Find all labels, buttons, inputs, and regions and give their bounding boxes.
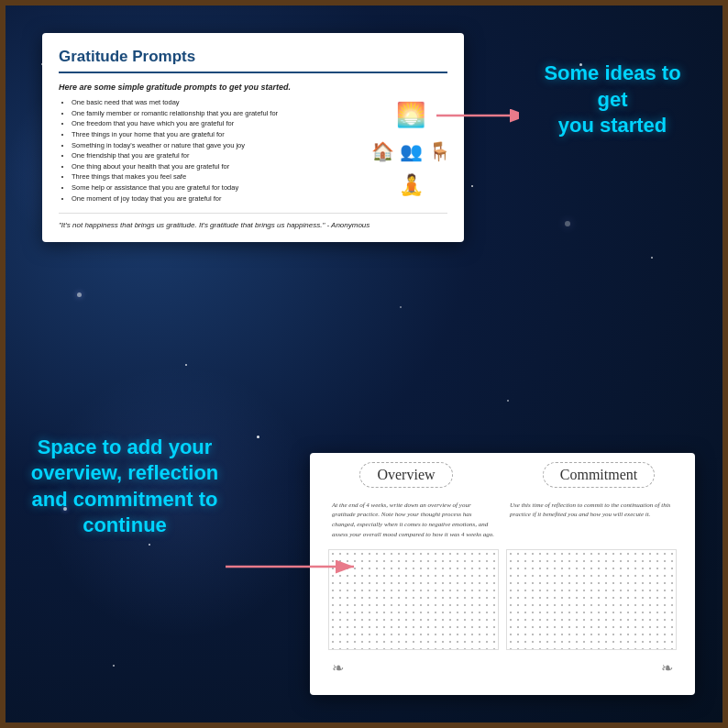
commitment-col: Use this time of reflection to commit to… xyxy=(502,495,680,546)
list-item: One family member or romantic relationsh… xyxy=(72,108,365,119)
dotted-area xyxy=(310,549,695,650)
card-top-title: Gratitude Prompts xyxy=(59,48,447,66)
footer-right-icon: ❧ xyxy=(661,659,673,677)
some-ideas-label: Some ideas to get you started xyxy=(530,61,695,139)
list-item: Some help or assistance that you are gra… xyxy=(72,182,365,193)
prompts-list: One basic need that was met todayOne fam… xyxy=(59,97,365,204)
list-item: Three things that makes you feel safe xyxy=(72,171,365,182)
arrow-top xyxy=(427,102,519,129)
arrow-bottom xyxy=(226,553,363,580)
list-item: Three things in your home that you are g… xyxy=(72,129,365,140)
card-top-divider xyxy=(59,72,447,73)
card-top-subtitle: Here are some simple gratitude prompts t… xyxy=(59,83,447,92)
tab-overview: Overview xyxy=(310,453,502,495)
card-bottom-footer: ❧ ❧ xyxy=(310,650,695,677)
list-item: One freedom that you have which you are … xyxy=(72,118,365,129)
table-icon: 🪑 xyxy=(428,140,451,162)
tab-commitment: Commitment xyxy=(502,453,695,495)
meditate-icon: 🧘 xyxy=(399,173,424,197)
sun-icon: 🌅 xyxy=(396,101,425,129)
list-item: One friendship that you are grateful for xyxy=(72,150,365,161)
list-item: Something in today's weather or nature t… xyxy=(72,140,365,151)
background: Gratitude Prompts Here are some simple g… xyxy=(0,0,728,728)
card-bottom-header: Overview Commitment xyxy=(310,453,695,495)
list-item: One basic need that was met today xyxy=(72,97,365,108)
space-to-add-label: Space to add your overview, reflection a… xyxy=(24,435,226,539)
icons-row: 🏠 👥 🪑 xyxy=(371,140,451,162)
people-icon: 👥 xyxy=(400,140,423,162)
footer-left-icon: ❧ xyxy=(332,659,344,677)
house-icon: 🏠 xyxy=(371,140,394,162)
overview-col: At the end of 4 weeks, write down an ove… xyxy=(325,495,502,546)
list-item: One moment of joy today that you are gra… xyxy=(72,193,365,204)
card-top-quote: "It's not happiness that brings us grati… xyxy=(59,213,447,229)
card-top-body: One basic need that was met todayOne fam… xyxy=(59,97,447,204)
gratitude-prompts-card: Gratitude Prompts Here are some simple g… xyxy=(42,33,464,242)
overview-commitment-card: Overview Commitment At the end of 4 week… xyxy=(310,453,695,695)
commitment-dotted-area xyxy=(506,549,677,650)
list-item: One thing about your health that you are… xyxy=(72,161,365,172)
card-bottom-columns: At the end of 4 weeks, write down an ove… xyxy=(310,495,695,546)
